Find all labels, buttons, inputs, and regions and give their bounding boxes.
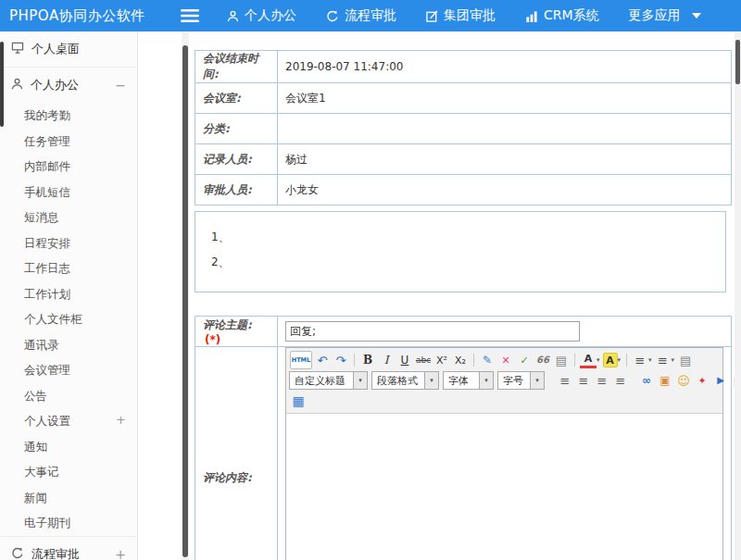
chevron-down-icon[interactable]: ▾ [672, 356, 675, 364]
insert-table-icon[interactable]: ▦ [290, 392, 307, 409]
nav-label: 个人办公 [245, 7, 296, 24]
chevron-down-icon [692, 13, 701, 19]
nav-group-approval[interactable]: 集团审批 [426, 7, 496, 24]
nav-crm-system[interactable]: CRM系统 [525, 7, 599, 24]
chevron-down-icon: ▾ [424, 372, 438, 389]
table-row: 会议结束时间: 2019-08-07 11:47:00 [195, 51, 732, 83]
required-mark: (*) [205, 333, 220, 346]
sidebar-item-label: 公告 [24, 389, 47, 403]
spellcheck-icon[interactable]: ✓ [516, 352, 533, 368]
editor-content-area[interactable] [286, 414, 722, 560]
field-label: 记录人员: [195, 144, 278, 175]
nav-personal-office[interactable]: 个人办公 [227, 7, 296, 24]
sidebar-item-notice[interactable]: 通知 [0, 434, 137, 460]
format-painter-icon[interactable]: ✎ [479, 352, 496, 368]
page-scrollbar-thumb[interactable] [735, 40, 740, 84]
sidebar-item-announcement[interactable]: 公告 [0, 383, 137, 409]
sidebar-item-label: 个人文件柜 [24, 312, 82, 326]
remove-format-icon[interactable]: ✕ [497, 352, 514, 368]
chevron-down-icon[interactable]: ▾ [618, 356, 622, 364]
page-scrollbar[interactable] [735, 31, 741, 560]
person-icon [227, 10, 239, 22]
sidebar-item-label: 手机短信 [24, 185, 70, 199]
italic-icon[interactable]: I [378, 352, 395, 368]
sidebar-item-news[interactable]: 新闻 [0, 485, 137, 511]
sidebar-item-file-cabinet[interactable]: 个人文件柜 [0, 306, 137, 332]
sidebar-section-label: 个人办公 [31, 77, 79, 93]
align-left-icon[interactable]: ≡ [557, 372, 573, 389]
align-justify-icon[interactable]: ≡ [612, 372, 629, 389]
sidebar-item-memorabilia[interactable]: 大事记 [0, 459, 137, 485]
sidebar-item-work-log[interactable]: 工作日志 [0, 255, 137, 281]
expand-icon[interactable]: + [115, 548, 126, 560]
nav-more-apps[interactable]: 更多应用 [629, 7, 701, 24]
content-scrollbar-thumb[interactable] [182, 45, 188, 557]
content-scrollbar[interactable] [182, 31, 189, 560]
heading-style-dropdown[interactable]: 自定义标题 ▾ [289, 371, 368, 390]
sidebar-section-workflow[interactable]: 流程审批 + [0, 536, 137, 560]
sidebar-item-attendance[interactable]: 我的考勤 [0, 103, 137, 129]
sidebar-item-meeting-management[interactable]: 会议管理 [0, 357, 137, 383]
sidebar-item-desktop[interactable]: 个人桌面 [0, 31, 137, 68]
insert-flash-icon[interactable]: ✦ [694, 372, 710, 389]
sidebar-item-internal-mail[interactable]: 内部邮件 [0, 154, 137, 180]
sidebar-item-tasks[interactable]: 任务管理 [0, 129, 137, 155]
sidebar-section-personal-office[interactable]: 个人办公 − [0, 68, 137, 103]
align-right-icon[interactable]: ≡ [594, 372, 610, 389]
redo-icon[interactable]: ↷ [333, 352, 349, 368]
underline-icon[interactable]: U [396, 352, 413, 368]
app-logo[interactable]: PHPOA协同办公软件 [0, 7, 181, 25]
sidebar-item-contacts[interactable]: 通讯录 [0, 332, 137, 358]
subscript-icon[interactable]: X₂ [452, 352, 469, 368]
note-line: 2、 [211, 255, 725, 270]
sidebar-item-personal-settings[interactable]: 个人设置+ [0, 408, 137, 434]
page-break-icon[interactable]: ▤ [677, 352, 694, 368]
comment-subject-input[interactable] [285, 321, 580, 342]
chevron-down-icon[interactable]: ▾ [597, 356, 600, 364]
expand-icon[interactable]: + [116, 414, 126, 427]
nav-workflow-approval[interactable]: 流程审批 [326, 7, 396, 24]
chevron-down-icon[interactable]: ▾ [648, 356, 652, 364]
align-center-icon[interactable]: ≡ [575, 372, 592, 389]
sidebar-item-label: 工作计划 [24, 287, 70, 301]
desktop-icon [11, 42, 24, 56]
blockquote-icon[interactable]: 66 [534, 352, 551, 368]
sidebar-item-work-plan[interactable]: 工作计划 [0, 281, 137, 307]
sidebar-item-short-message[interactable]: 短消息 [0, 205, 137, 230]
sidebar-scrollbar-thumb[interactable] [0, 42, 4, 127]
source-code-icon[interactable]: HTML [290, 351, 312, 369]
paragraph-format-dropdown[interactable]: 段落格式 ▾ [371, 371, 439, 390]
strikethrough-icon[interactable]: abc [415, 352, 432, 368]
sidebar-item-e-journal[interactable]: 电子期刊 [0, 510, 137, 536]
template-icon[interactable]: ▤ [553, 352, 570, 368]
superscript-icon[interactable]: X² [433, 352, 450, 368]
field-label: 评论内容: [203, 471, 252, 484]
table-row: 评论主题:(*) [195, 317, 732, 347]
sidebar-item-schedule[interactable]: 日程安排 [0, 230, 137, 256]
table-row: 会议室: 会议室1 [195, 83, 732, 114]
toolbar-separator [626, 354, 627, 367]
sidebar-item-label: 新闻 [24, 491, 47, 504]
editor-toolbar: HTML ↶ ↷ B I U abc X² X₂ [286, 348, 722, 414]
unordered-list-icon[interactable]: ≡ [655, 352, 672, 368]
sidebar-item-label: 我的考勤 [24, 108, 70, 122]
font-color-icon[interactable]: A [580, 353, 597, 368]
font-family-dropdown[interactable]: 字体 ▾ [443, 371, 494, 390]
insert-link-icon[interactable]: ∞ [638, 372, 655, 389]
nav-label: 流程审批 [345, 7, 396, 24]
insert-media-icon[interactable]: ▶ [712, 372, 729, 389]
highlight-color-icon[interactable]: A [603, 353, 618, 367]
ordered-list-icon[interactable]: ≡ [632, 352, 648, 368]
sidebar: 个人桌面 个人办公 − 我的考勤 任务管理 内部邮件 手机短信 短消息 日程安排… [0, 31, 138, 560]
insert-image-icon[interactable]: ▣ [657, 372, 673, 389]
bold-icon[interactable]: B [359, 352, 376, 368]
undo-icon[interactable]: ↶ [314, 352, 331, 368]
font-size-dropdown[interactable]: 字号 ▾ [497, 371, 545, 390]
sidebar-item-label: 个人设置 [24, 414, 70, 428]
emoticon-icon[interactable]: ☺ [675, 372, 692, 389]
collapse-icon[interactable]: − [115, 79, 126, 92]
field-label: 审批人员: [195, 175, 278, 205]
comment-subject-label: 评论主题:(*) [195, 317, 278, 347]
sidebar-item-sms[interactable]: 手机短信 [0, 180, 137, 205]
menu-toggle-icon[interactable] [181, 8, 201, 23]
